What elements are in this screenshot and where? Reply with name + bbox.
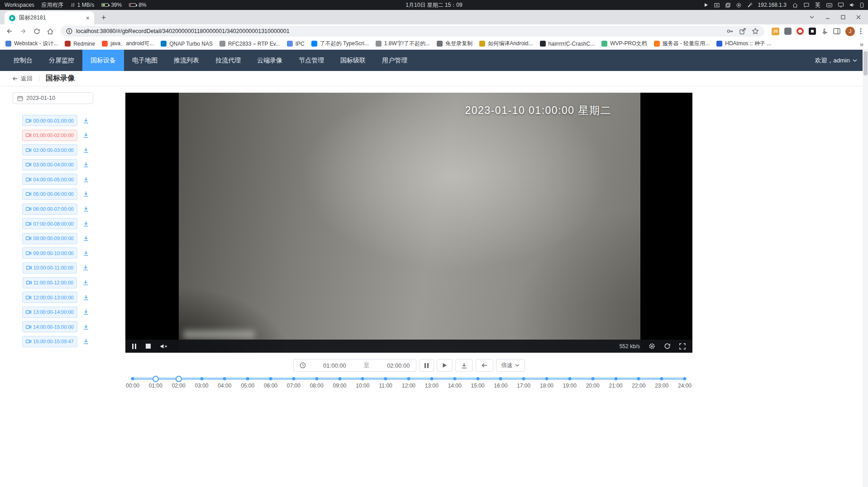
extensions-puzzle-icon[interactable] [821, 28, 828, 35]
pause-button[interactable] [419, 359, 434, 372]
side-panel-icon[interactable] [833, 28, 840, 34]
timeline-hour-dot[interactable] [614, 377, 617, 380]
nav-item[interactable]: 节点管理 [291, 50, 332, 71]
red-extension-icon[interactable] [796, 28, 804, 35]
segment-button[interactable]: 09:00:00-10:00:00 [22, 247, 77, 259]
back-link[interactable]: 返回 [12, 75, 33, 83]
timeline-hour-dot[interactable] [476, 377, 479, 380]
download-icon[interactable] [83, 118, 89, 124]
bookmark-item[interactable]: HDAtmos :: 种子 ... [716, 40, 771, 47]
bookmark-item[interactable]: QNAP Turbo NAS [161, 41, 213, 47]
timeline-hour-dot[interactable] [545, 377, 548, 380]
download-icon[interactable] [83, 294, 89, 301]
segment-button[interactable]: 10:00:00-11:00:00 [23, 262, 77, 274]
clock[interactable]: 1月10日 星期二 15：09 [405, 1, 462, 9]
keyboard-icon[interactable] [826, 3, 832, 7]
home-icon[interactable] [792, 3, 798, 8]
download-icon[interactable] [83, 132, 89, 138]
timeline-hour-dot[interactable] [683, 377, 687, 380]
browser-tab[interactable]: 国标28181 × [5, 11, 94, 24]
download-icon[interactable] [83, 338, 89, 345]
timeline-hour-dot[interactable] [407, 377, 410, 380]
workspaces-button[interactable]: Workspaces [5, 2, 34, 8]
clipboard-icon[interactable] [725, 3, 730, 8]
nav-item[interactable]: 推流列表 [166, 50, 207, 71]
download-icon[interactable] [83, 309, 89, 315]
timeline-hour-dot[interactable] [384, 377, 387, 380]
bookmarks-overflow-icon[interactable]: » [860, 40, 865, 48]
segment-button[interactable]: 06:00:00-07:00:00 [22, 203, 77, 215]
chat-icon[interactable] [804, 3, 809, 8]
date-picker[interactable]: 2023-01-10 [13, 92, 93, 104]
volume-muted-icon[interactable] [160, 344, 167, 349]
player-refresh-icon[interactable] [664, 343, 671, 350]
profile-avatar[interactable]: J [845, 27, 855, 36]
speed-dropdown-button[interactable]: 倍速 [496, 359, 525, 372]
player-stop-icon[interactable] [146, 344, 151, 349]
bookmark-item[interactable]: RFC2833 – RTP Ev... [219, 41, 280, 47]
bookmark-item[interactable]: hairrrrr/C-CrashC... [540, 41, 595, 47]
volume-icon[interactable] [849, 3, 854, 7]
password-key-icon[interactable] [726, 28, 734, 35]
download-icon[interactable] [83, 176, 89, 183]
js-extension-icon[interactable]: JS [772, 28, 779, 35]
new-tab-button[interactable]: + [98, 12, 110, 24]
segment-button[interactable]: 14:00:00-15:00:00 [22, 321, 77, 332]
nav-item[interactable]: 分屏监控 [41, 50, 82, 71]
nav-item[interactable]: 国标设备 [82, 50, 124, 71]
input-method-indicator[interactable]: 英 [815, 1, 820, 9]
timeline-hour-dot[interactable] [361, 377, 364, 380]
tab-close-icon[interactable]: × [86, 15, 90, 21]
range-end-time[interactable]: 02:00:00 [387, 362, 410, 369]
bookmark-item[interactable]: Redmine [65, 41, 95, 47]
timeline-hour-dot[interactable] [315, 377, 318, 380]
minimize-icon[interactable] [825, 15, 830, 19]
nav-item[interactable]: 用户管理 [374, 50, 415, 71]
player-pause-icon[interactable] [132, 344, 136, 349]
download-icon[interactable] [83, 221, 89, 227]
segment-button[interactable]: 05:00:00-06:00:00 [22, 189, 77, 200]
timeline-hour-dot[interactable] [453, 377, 456, 380]
reload-button[interactable] [31, 25, 43, 37]
bookmark-item[interactable]: 1.8W字!了不起的... [376, 40, 430, 47]
segment-button[interactable]: 11:00:00-12:00:00 [23, 277, 77, 288]
download-icon[interactable] [83, 250, 89, 256]
nav-item[interactable]: 拉流代理 [207, 50, 249, 71]
timeline-hour-dot[interactable] [637, 377, 640, 380]
bookmark-item[interactable]: WVP-PRO文档 [601, 40, 647, 47]
gray-extension-icon[interactable] [784, 28, 792, 35]
bookmark-item[interactable]: java、android可... [102, 40, 154, 47]
segment-button[interactable]: 07:00:00-08:00:00 [22, 218, 77, 229]
bookmark-item[interactable]: Webstack - 设计... [5, 40, 58, 47]
tab-search-chevron-icon[interactable] [809, 15, 815, 19]
seek-back-button[interactable] [476, 359, 493, 372]
segment-button[interactable]: 12:00:00-13:00:00 [22, 292, 77, 303]
timeline-hour-dot[interactable] [131, 377, 134, 380]
phone-icon[interactable] [860, 3, 863, 8]
bookmark-item[interactable]: 免登录复制 [437, 40, 472, 47]
timeline-range-handle[interactable] [153, 376, 159, 382]
home-button[interactable] [44, 25, 56, 37]
timeline-hour-dot[interactable] [660, 377, 663, 380]
segment-button[interactable]: 03:00:00-04:00:00 [22, 159, 77, 170]
player-settings-gear-icon[interactable] [649, 343, 655, 350]
timeline-hour-dot[interactable] [223, 377, 226, 380]
timeline-hour-dot[interactable] [499, 377, 502, 380]
segment-button[interactable]: 13:00:00-14:00:00 [22, 307, 77, 318]
range-start-time[interactable]: 01:00:00 [323, 362, 346, 369]
browser-menu-icon[interactable] [860, 28, 862, 34]
site-info-icon[interactable] [66, 28, 72, 34]
download-icon[interactable] [83, 235, 89, 241]
bookmark-star-icon[interactable] [752, 28, 759, 35]
video-surface[interactable]: 2023-01-10 01:00:00 星期二 [179, 93, 640, 353]
segment-button[interactable]: 00:00:00-01:00:00 [22, 115, 77, 126]
display-icon[interactable] [838, 3, 844, 7]
timeline-hour-dot[interactable] [568, 377, 571, 380]
timeline-hour-dot[interactable] [292, 377, 295, 380]
segment-button[interactable]: 04:00:00-05:00:00 [22, 174, 77, 185]
nav-item[interactable]: 电子地图 [124, 50, 166, 71]
back-button[interactable] [4, 25, 15, 37]
timeline-hour-dot[interactable] [269, 377, 272, 380]
download-icon[interactable] [83, 206, 89, 212]
forward-button[interactable] [17, 25, 29, 37]
